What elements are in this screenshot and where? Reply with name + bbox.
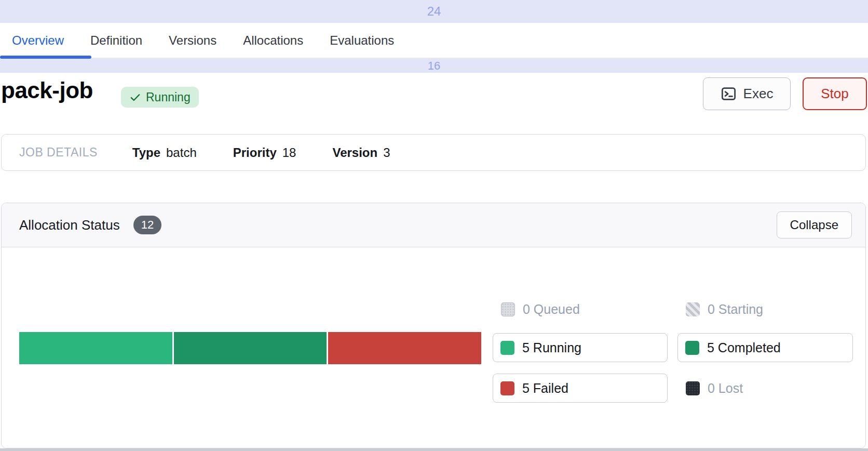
job-detail-priority: Priority 18 bbox=[233, 145, 296, 160]
queued-swatch-icon bbox=[501, 302, 515, 316]
exec-button[interactable]: Exec bbox=[703, 77, 791, 110]
legend-starting-label: 0 Starting bbox=[708, 302, 763, 317]
terminal-icon bbox=[721, 86, 737, 102]
spacing-value-middle: 16 bbox=[428, 59, 440, 73]
tab-allocations[interactable]: Allocations bbox=[243, 33, 303, 48]
status-badge: Running bbox=[121, 87, 199, 108]
allocation-count-badge: 12 bbox=[133, 216, 161, 234]
spacing-value-top: 24 bbox=[427, 4, 441, 19]
spacing-annotation-bar-top: 24 bbox=[0, 0, 868, 23]
legend-item-queued[interactable]: 0 Queued bbox=[501, 301, 580, 317]
tab-versions[interactable]: Versions bbox=[169, 33, 216, 48]
bar-segment-running[interactable] bbox=[19, 332, 172, 364]
collapse-button[interactable]: Collapse bbox=[777, 211, 852, 238]
legend-item-completed[interactable]: 5 Completed bbox=[677, 333, 853, 362]
legend-lost-label: 0 Lost bbox=[708, 381, 743, 396]
allocation-status-body: 0 Queued 0 Starting 5 Running 5 Complete… bbox=[2, 247, 865, 448]
exec-button-label: Exec bbox=[743, 86, 774, 102]
status-badge-label: Running bbox=[146, 90, 191, 104]
job-details-panel: JOB DETAILS Type batch Priority 18 Versi… bbox=[1, 134, 866, 171]
legend-failed-label: 5 Failed bbox=[522, 381, 568, 396]
tab-evaluations[interactable]: Evaluations bbox=[330, 33, 394, 48]
allocation-status-bar[interactable] bbox=[19, 332, 481, 364]
tab-bar: Overview Definition Versions Allocations… bbox=[0, 23, 868, 59]
viewport-bottom-edge bbox=[0, 448, 868, 451]
spacing-annotation-bar-middle: 16 bbox=[0, 59, 868, 73]
job-detail-version: Version 3 bbox=[332, 145, 390, 160]
legend-item-lost[interactable]: 0 Lost bbox=[686, 374, 743, 403]
legend-item-failed[interactable]: 5 Failed bbox=[493, 374, 668, 403]
legend-completed-label: 5 Completed bbox=[707, 340, 781, 355]
tab-definition[interactable]: Definition bbox=[90, 33, 142, 48]
completed-swatch-icon bbox=[685, 341, 699, 355]
stop-button[interactable]: Stop bbox=[803, 77, 867, 110]
legend-running-label: 5 Running bbox=[522, 340, 581, 355]
allocation-status-title: Allocation Status bbox=[19, 217, 120, 233]
job-detail-type: Type batch bbox=[132, 145, 197, 160]
job-detail-priority-label: Priority bbox=[233, 145, 277, 160]
legend-item-running[interactable]: 5 Running bbox=[493, 333, 668, 362]
page-title: pack-job bbox=[1, 77, 93, 103]
job-details-section-label: JOB DETAILS bbox=[19, 145, 98, 160]
job-detail-type-label: Type bbox=[132, 145, 160, 160]
failed-swatch-icon bbox=[500, 381, 514, 395]
starting-swatch-icon bbox=[686, 302, 700, 316]
job-detail-priority-value: 18 bbox=[282, 145, 296, 160]
job-detail-type-value: batch bbox=[166, 145, 197, 160]
allocation-status-header: Allocation Status 12 Collapse bbox=[2, 203, 865, 247]
stop-button-label: Stop bbox=[821, 86, 849, 102]
allocation-status-panel: Allocation Status 12 Collapse 0 Queued 0… bbox=[1, 203, 866, 448]
legend-item-starting[interactable]: 0 Starting bbox=[686, 301, 763, 317]
bar-segment-failed[interactable] bbox=[328, 332, 481, 364]
collapse-button-label: Collapse bbox=[790, 218, 838, 232]
job-detail-version-value: 3 bbox=[383, 145, 390, 160]
lost-swatch-icon bbox=[686, 381, 700, 395]
bar-segment-completed[interactable] bbox=[174, 332, 327, 364]
legend-queued-label: 0 Queued bbox=[523, 302, 580, 317]
running-swatch-icon bbox=[500, 341, 514, 355]
check-icon bbox=[129, 91, 141, 103]
job-detail-version-label: Version bbox=[332, 145, 377, 160]
job-overview-page: 24 Overview Definition Versions Allocati… bbox=[0, 0, 868, 451]
tab-overview[interactable]: Overview bbox=[12, 33, 64, 48]
